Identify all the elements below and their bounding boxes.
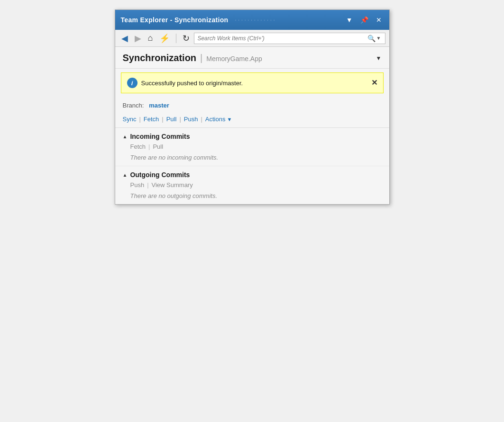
search-icon: 🔍 <box>367 35 376 42</box>
search-box: 🔍 ▼ <box>194 33 385 44</box>
content-area: Synchronization | MemoryGame.App ▼ i Suc… <box>115 47 389 204</box>
push-link[interactable]: Push <box>184 116 198 123</box>
outgoing-collapse-icon[interactable]: ▲ <box>123 172 128 178</box>
branch-name: master <box>149 102 169 109</box>
sync-link[interactable]: Sync <box>123 116 137 123</box>
pull-link[interactable]: Pull <box>166 116 177 123</box>
incoming-fetch-link[interactable]: Fetch <box>130 143 146 150</box>
forward-button[interactable]: ▶ <box>132 32 144 45</box>
page-subtitle: MemoryGame.App <box>206 55 262 63</box>
search-dropdown-button[interactable]: ▼ <box>376 36 382 41</box>
info-banner-left: i Successfully pushed to origin/master. <box>127 78 243 88</box>
outgoing-commits-title: Outgoing Commits <box>130 171 190 179</box>
incoming-commits-title: Incoming Commits <box>130 133 190 140</box>
plugin-button[interactable]: ⚡ <box>157 32 172 45</box>
title-bar-left: Team Explorer - Synchronization ········… <box>121 16 281 24</box>
toolbar: ◀ ▶ ⌂ ⚡ ↻ 🔍 ▼ <box>115 30 389 47</box>
title-dots: ············· <box>235 18 276 23</box>
info-message: Successfully pushed to origin/master. <box>141 80 243 87</box>
page-title-separator: | <box>200 53 202 63</box>
page-title: Synchronization <box>123 53 197 63</box>
outgoing-commits-header: ▲ Outgoing Commits <box>123 171 382 179</box>
title-bar: Team Explorer - Synchronization ········… <box>115 10 389 30</box>
home-button[interactable]: ⌂ <box>146 32 156 45</box>
branch-area: Branch: master <box>115 97 389 114</box>
dropdown-button[interactable]: ▼ <box>344 16 355 24</box>
incoming-commits-header: ▲ Incoming Commits <box>123 133 382 140</box>
page-header-dropdown-button[interactable]: ▼ <box>376 55 382 62</box>
refresh-button[interactable]: ↻ <box>180 32 192 45</box>
outgoing-push-link[interactable]: Push <box>130 181 145 189</box>
back-button[interactable]: ◀ <box>119 32 130 45</box>
page-title-group: Synchronization | MemoryGame.App <box>123 53 262 63</box>
page-header: Synchronization | MemoryGame.App ▼ <box>115 47 389 69</box>
incoming-commits-section: ▲ Incoming Commits Fetch | Pull There ar… <box>115 128 389 166</box>
search-input[interactable] <box>197 35 367 42</box>
incoming-pull-link[interactable]: Pull <box>153 143 163 150</box>
team-explorer-window: Team Explorer - Synchronization ········… <box>115 9 390 205</box>
incoming-empty-message: There are no incoming commits. <box>123 154 382 161</box>
incoming-collapse-icon[interactable]: ▲ <box>123 134 128 139</box>
info-banner: i Successfully pushed to origin/master. … <box>121 72 384 93</box>
window-title: Team Explorer - Synchronization <box>121 16 229 24</box>
outgoing-commits-section: ▲ Outgoing Commits Push | View Summary T… <box>115 166 389 204</box>
outgoing-commits-links: Push | View Summary <box>123 181 382 189</box>
actions-link[interactable]: Actions <box>205 116 226 123</box>
title-bar-controls: ▼ 📌 ✕ <box>344 16 384 24</box>
fetch-link[interactable]: Fetch <box>144 116 159 123</box>
nav-links: Sync | Fetch | Pull | Push | Actions ▼ <box>115 114 389 128</box>
branch-label: Branch: <box>123 102 144 109</box>
info-icon: i <box>127 78 137 88</box>
close-button[interactable]: ✕ <box>374 16 384 24</box>
info-close-button[interactable]: ✕ <box>371 79 377 87</box>
outgoing-view-summary-link[interactable]: View Summary <box>152 181 193 189</box>
actions-dropdown-arrow: ▼ <box>227 117 232 122</box>
branch-line: Branch: master <box>123 102 382 109</box>
outgoing-empty-message: There are no outgoing commits. <box>123 192 382 199</box>
pin-button[interactable]: 📌 <box>358 16 370 24</box>
incoming-commits-links: Fetch | Pull <box>123 143 382 150</box>
toolbar-separator <box>176 34 176 43</box>
actions-dropdown[interactable]: Actions ▼ <box>205 116 232 123</box>
